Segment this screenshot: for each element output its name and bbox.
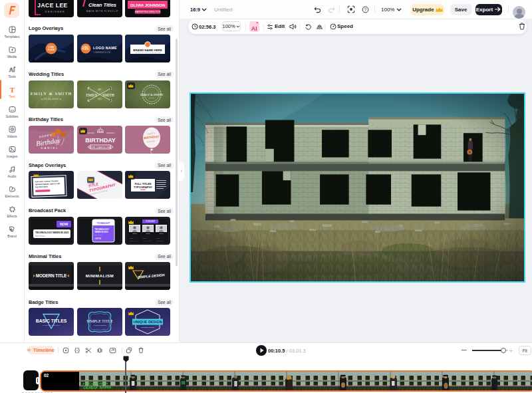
svg-text:BIRTHDAY: BIRTHDAY — [85, 137, 116, 144]
svg-text:New Series: New Series — [35, 235, 45, 237]
svg-text:◂ 03.05.2021 ▸: ◂ 03.05.2021 ▸ — [41, 98, 62, 100]
svg-text:08PM: 08PM — [94, 237, 100, 240]
svg-text:MADE WITH FLEXCLIP: MADE WITH FLEXCLIP — [43, 325, 60, 327]
svg-text:MODERN TITLE: MODERN TITLE — [36, 273, 67, 278]
svg-text:DESIGNER: DESIGNER — [45, 11, 65, 13]
svg-text:LOGO NAME: LOGO NAME — [93, 46, 117, 50]
svg-text:?: ? — [364, 7, 366, 11]
svg-text:09:00: 09:00 — [160, 233, 164, 235]
svg-text:Al: Al — [9, 66, 14, 73]
svg-text:MARKETING DIRECTOR: MARKETING DIRECTOR — [135, 11, 161, 13]
svg-text:YOUR ORGANIZATION TAG LINE GOE: YOUR ORGANIZATION TAG LINE GOES HERE — [135, 52, 162, 53]
svg-text:JACE LEE: JACE LEE — [37, 2, 68, 9]
svg-text:PLACE: PLACE — [48, 49, 55, 51]
svg-text:2021: 2021 — [98, 98, 102, 100]
svg-text:SIMPLE TITLE: SIMPLE TITLE — [86, 319, 113, 323]
svg-text:08:00: 08:00 — [143, 237, 147, 239]
svg-text:MADE WITH FLEXCLIP: MADE WITH FLEXCLIP — [86, 10, 118, 13]
svg-text:EMILY & SMITH: EMILY & SMITH — [140, 93, 164, 96]
svg-text:UNIQUE DESIGN: UNIQUE DESIGN — [133, 320, 162, 324]
svg-text:WEATHER: WEATHER — [156, 240, 164, 241]
svg-text:09:00: 09:00 — [156, 237, 160, 239]
svg-text:SMITH: SMITH — [102, 93, 114, 97]
svg-text:EMILY & SMITH: EMILY & SMITH — [31, 91, 72, 96]
svg-text:TONIGHT: TONIGHT — [146, 220, 155, 223]
svg-text:TYPOGRAPHY: TYPOGRAPHY — [134, 186, 152, 189]
svg-text:07:00: 07:00 — [130, 237, 134, 239]
svg-text:СЕАБОГ АЛУКА: СЕАБОГ АЛУКА — [83, 385, 111, 390]
svg-text:NEWS NIGHT: NEWS NIGHT — [130, 240, 140, 241]
svg-text:08:00: 08:00 — [146, 233, 151, 235]
svg-text:FOR CAROLINE: FOR CAROLINE — [89, 146, 111, 149]
svg-text:TECHNOLOGY NEWS IN 2021: TECHNOLOGY NEWS IN 2021 — [35, 231, 69, 234]
svg-text:New Series: New Series — [94, 234, 102, 235]
svg-text:10.06.20: 10.06.20 — [149, 97, 155, 98]
svg-text:TONIGHT: TONIGHT — [96, 221, 110, 225]
svg-text:Clean Titles: Clean Titles — [88, 2, 116, 8]
svg-text:MODERN TITLES: MODERN TITLES — [141, 327, 154, 328]
svg-text:PLACE: PLACE — [82, 48, 88, 51]
svg-text:BRAND NAME HERE: BRAND NAME HERE — [133, 49, 162, 52]
svg-text:TALK SHOW: TALK SHOW — [143, 240, 152, 241]
svg-text:OLIVIA JOHNSON: OLIVIA JOHNSON — [130, 3, 166, 7]
svg-text:NEWS IN 2021: NEWS IN 2021 — [94, 231, 108, 233]
svg-text:BASIC TITLES: BASIC TITLES — [36, 319, 67, 323]
svg-text:NOW: NOW — [60, 222, 68, 226]
svg-text:big titles pack: big titles pack — [35, 186, 48, 189]
svg-text:FLEXCLIP DESIGN: FLEXCLIP DESIGN — [93, 325, 106, 326]
svg-text:07:00: 07:00 — [133, 233, 138, 235]
svg-text:DANIEL: DANIEL — [41, 146, 59, 150]
svg-text:T: T — [9, 86, 15, 93]
svg-text:EST: EST — [98, 88, 101, 91]
svg-text:EMILY: EMILY — [86, 93, 97, 97]
svg-text:YOURWEBSITE.COM: YOURWEBSITE.COM — [93, 51, 110, 54]
svg-text:MINIMALISM: MINIMALISM — [85, 273, 113, 278]
svg-text:FULL TITLES: FULL TITLES — [134, 182, 151, 186]
